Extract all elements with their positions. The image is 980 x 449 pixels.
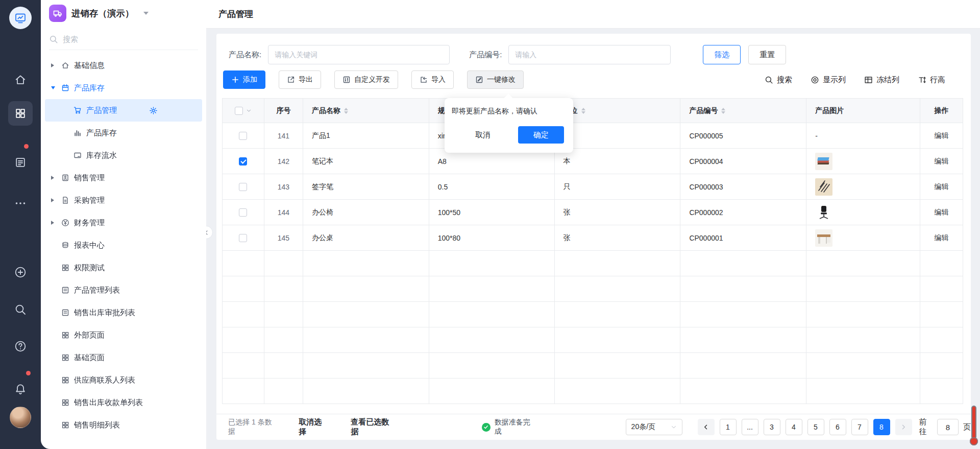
sidebar-item[interactable]: 产品库存 [41, 77, 206, 99]
grid-icon [61, 398, 69, 407]
sidebar-item[interactable]: 销售管理 [41, 167, 206, 189]
toolbar-tools: 搜索显示列冻结列行高 [765, 75, 945, 85]
column-header[interactable]: 产品编号 [680, 99, 806, 123]
sidebar-item[interactable]: 产品管理列表 [41, 279, 206, 301]
add-button[interactable]: 添加 [223, 70, 265, 89]
edit-link[interactable]: 编辑 [935, 182, 949, 192]
news-nav-icon[interactable] [13, 155, 28, 170]
more-nav-icon[interactable] [13, 196, 28, 210]
sidebar-item[interactable]: 销售出库审批列表 [41, 301, 206, 324]
prev-page-button[interactable] [698, 419, 715, 435]
column-header[interactable]: 单位 [555, 99, 681, 123]
app-header[interactable]: 进销存（演示） [41, 0, 206, 27]
sidebar-search [49, 29, 198, 50]
sidebar-search-input[interactable] [63, 35, 175, 43]
app-switcher-caret-icon[interactable] [143, 12, 149, 15]
edit-link[interactable]: 编辑 [935, 157, 949, 166]
import-icon [420, 76, 428, 84]
goto-page-input[interactable] [937, 419, 959, 435]
sort-carets-icon[interactable] [721, 108, 725, 114]
sidebar-item[interactable]: 基础页面 [41, 346, 206, 369]
column-header[interactable]: 产品名称 [303, 99, 429, 123]
sidebar-item[interactable]: 财务管理 [41, 211, 206, 234]
product-name-input[interactable] [268, 45, 450, 64]
sort-carets-icon[interactable] [344, 108, 348, 114]
cell-seq: 144 [264, 200, 303, 225]
page-button[interactable]: 4 [786, 419, 802, 435]
product-image[interactable] [815, 229, 832, 247]
empty-row [223, 353, 963, 379]
cell-unit: 张 [555, 200, 681, 225]
select-all-checkbox[interactable] [235, 107, 243, 115]
page-button[interactable]: 8 [873, 419, 890, 435]
row-checkbox[interactable] [239, 234, 247, 242]
sidebar-item[interactable]: 权限测试 [41, 256, 206, 279]
tool-eye[interactable]: 显示列 [811, 75, 846, 85]
row-checkbox[interactable] [239, 208, 247, 217]
menu-gear-icon[interactable] [149, 106, 158, 116]
apps-nav-icon[interactable] [8, 101, 33, 126]
user-avatar[interactable] [10, 407, 31, 428]
sidebar-item[interactable]: 采购管理 [41, 189, 206, 211]
sidebar-item[interactable]: 产品管理 [45, 99, 202, 122]
select-all-cell[interactable] [223, 99, 264, 123]
scroll-fill [972, 407, 975, 438]
product-image[interactable] [815, 178, 832, 196]
toolbar-button[interactable]: 导入 [411, 70, 454, 89]
sidebar-item[interactable]: 销售出库收款单列表 [41, 391, 206, 414]
sidebar-item[interactable]: 供应商联系人列表 [41, 369, 206, 391]
page-button[interactable]: 5 [807, 419, 824, 435]
dashboard-logo-icon[interactable] [9, 7, 32, 29]
tool-rowheight[interactable]: 行高 [918, 75, 945, 85]
toolbar-button[interactable]: 自定义开发 [334, 70, 398, 89]
product-code-input[interactable] [508, 45, 671, 64]
cell-seq: 142 [264, 149, 303, 174]
tool-search[interactable]: 搜索 [765, 75, 792, 85]
scroll-indicator[interactable] [970, 406, 978, 447]
page-button[interactable]: 7 [851, 419, 868, 435]
page-button[interactable]: 6 [829, 419, 846, 435]
next-page-button[interactable] [895, 419, 912, 435]
row-checkbox[interactable] [239, 183, 247, 191]
row-checkbox[interactable] [239, 157, 247, 166]
home-nav-icon[interactable] [13, 73, 28, 87]
add-nav-icon[interactable] [13, 265, 28, 279]
sidebar-item[interactable]: 产品库存 [41, 122, 206, 144]
row-checkbox[interactable] [239, 132, 247, 140]
page-size-select[interactable]: 20条/页 [626, 419, 682, 435]
help-nav-icon[interactable] [13, 339, 28, 353]
empty-row [223, 251, 963, 276]
edit-link[interactable]: 编辑 [935, 208, 949, 217]
filter-button[interactable]: 筛选 [703, 45, 741, 64]
sort-carets-icon[interactable] [581, 108, 585, 114]
list-icon [61, 286, 69, 294]
sidebar-item[interactable]: 基础信息 [41, 54, 206, 77]
scroll-thumb[interactable] [970, 437, 978, 445]
product-image[interactable] [815, 153, 832, 170]
popover-confirm-button[interactable]: 确定 [518, 126, 564, 144]
view-selected-link[interactable]: 查看已选数据 [351, 417, 395, 437]
toolbar-button[interactable]: 一键修改 [467, 70, 524, 89]
product-image[interactable] [815, 204, 832, 221]
table-header: 序号产品名称规格单位产品编号产品图片操作 [223, 99, 963, 123]
chevron-down-icon[interactable] [246, 107, 252, 115]
tool-freeze[interactable]: 冻结列 [864, 75, 899, 85]
sidebar-item[interactable]: 报表中心 [41, 234, 206, 256]
edit-link[interactable]: 编辑 [935, 233, 949, 243]
coins-icon [61, 241, 69, 249]
sidebar-item[interactable]: 库存流水 [41, 144, 206, 167]
bars-icon [74, 129, 82, 137]
reset-button[interactable]: 重置 [748, 45, 786, 64]
search-nav-icon[interactable] [13, 302, 28, 317]
edit-link[interactable]: 编辑 [935, 131, 949, 140]
page-button[interactable]: ... [742, 419, 758, 435]
cancel-selection-link[interactable]: 取消选择 [299, 417, 328, 437]
page-button[interactable]: 1 [720, 419, 737, 435]
bell-icon[interactable] [13, 382, 28, 396]
sidebar-item[interactable]: 外部页面 [41, 324, 206, 346]
sidebar-item[interactable]: 销售明细列表 [41, 414, 206, 436]
edit-icon [475, 76, 483, 84]
page-button[interactable]: 3 [764, 419, 780, 435]
popover-cancel-button[interactable]: 取消 [475, 130, 491, 140]
toolbar-button[interactable]: 导出 [279, 70, 321, 89]
